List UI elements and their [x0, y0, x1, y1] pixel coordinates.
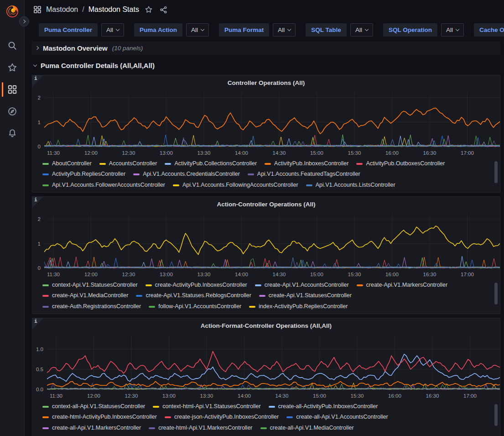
- series-color-swatch: [165, 163, 171, 165]
- legend-item[interactable]: AccountsController: [99, 158, 157, 169]
- legend-item[interactable]: Api.V1.Accounts.FollowingAccountsControl…: [173, 180, 298, 190]
- star-icon: [145, 5, 153, 14]
- dashboard-panels-area: Mastodon Overview (10 panels) Puma Contr…: [25, 40, 504, 436]
- filter-value-dropdown[interactable]: All: [350, 23, 373, 37]
- series-color-swatch: [42, 406, 49, 408]
- legend-item[interactable]: context-html-Api.V1.StatusesController: [153, 401, 260, 412]
- series-name: AboutController: [52, 158, 92, 169]
- legend-item[interactable]: Api.V1.Accounts.FeaturedTagsController: [248, 169, 360, 179]
- filter-value-dropdown[interactable]: All: [273, 23, 296, 37]
- series-color-swatch: [149, 427, 155, 429]
- filter-label[interactable]: Puma Controller: [39, 23, 98, 37]
- x-axis-tick-label: 12:30: [122, 150, 135, 156]
- series-name: create-all-Api.V1.MarkersController: [52, 423, 141, 433]
- legend-item[interactable]: ActivityPub.CollectionsController: [165, 158, 257, 169]
- series-name: Api.V1.Accounts.CredentialsController: [143, 169, 240, 179]
- sidebar-item-explore[interactable]: [0, 100, 25, 122]
- x-axis-tick-label: 15:30: [348, 272, 361, 277]
- legend-item[interactable]: create-Api.V1.MediaController: [42, 290, 128, 301]
- legend-item[interactable]: create-all-Api.V1.MediaController: [260, 423, 354, 433]
- filter-selected-value: All: [191, 26, 198, 33]
- legend-item[interactable]: create-Api.V1.StatusesController: [259, 290, 352, 301]
- share-dashboard-button[interactable]: [158, 4, 169, 15]
- sidebar-item-search[interactable]: [0, 35, 25, 57]
- star-dashboard-button[interactable]: [143, 4, 154, 15]
- legend-item[interactable]: create-json-ActivityPub.InboxesControlle…: [165, 412, 279, 422]
- filter-value-dropdown[interactable]: All: [101, 23, 124, 37]
- legend-item[interactable]: create-Api.V1.AccountsController: [255, 280, 349, 290]
- sidebar-item-dashboards[interactable]: [0, 79, 25, 100]
- series-name: create-json-ActivityPub.InboxesControlle…: [174, 412, 279, 422]
- series-color-swatch: [99, 163, 106, 165]
- bell-icon: [7, 128, 17, 138]
- search-icon: [7, 41, 17, 51]
- x-axis-tick-label: 11:30: [47, 272, 60, 277]
- legend-item[interactable]: Api.V1.Accounts.ListsController: [306, 180, 395, 190]
- series-color-swatch: [42, 295, 49, 297]
- x-axis-tick-label: 14:30: [273, 150, 286, 156]
- panel-title[interactable]: Action-Controller Operations (All): [32, 201, 500, 208]
- legend-item[interactable]: create-all-Api.V1.AccountsController: [286, 412, 388, 422]
- sidebar-expand-button[interactable]: [19, 16, 29, 26]
- y-axis-tick-label: 2: [38, 95, 41, 100]
- filter-label[interactable]: Cache Operation: [474, 23, 504, 37]
- filter-label[interactable]: SQL Table: [306, 23, 347, 37]
- legend-item[interactable]: create-html-ActivityPub.InboxesControlle…: [42, 412, 157, 422]
- legend-item[interactable]: create-all-Api.V1.MarkersController: [42, 423, 141, 433]
- legend-item[interactable]: ActivityPub.InboxesController: [265, 158, 348, 169]
- panel-title[interactable]: Action-Format-Controller Operations (All…: [32, 322, 500, 329]
- series-color-swatch: [173, 184, 179, 186]
- legend-item[interactable]: create-Api.V1.MarkersController: [357, 280, 448, 290]
- x-axis-tick-label: 15:30: [351, 393, 364, 399]
- grafana-logo-icon[interactable]: [5, 4, 20, 19]
- chevron-down-icon: [287, 27, 291, 31]
- legend-item[interactable]: AboutController: [42, 158, 92, 169]
- sidebar-item-starred[interactable]: [0, 57, 25, 79]
- filter-value-dropdown[interactable]: All: [441, 23, 464, 37]
- panel-info-corner[interactable]: i: [32, 197, 43, 208]
- legend-item[interactable]: create-Auth.RegistrationsController: [42, 301, 141, 312]
- legend-item[interactable]: create-ActivityPub.InboxesController: [145, 280, 247, 290]
- series-name: ActivityPub.InboxesController: [274, 158, 348, 169]
- row-puma-controller-details[interactable]: Puma Controller Details (All,All,All): [32, 58, 500, 72]
- series-name: context-Api.V1.StatusesController: [52, 280, 138, 290]
- info-icon: i: [34, 75, 37, 81]
- panel-info-corner[interactable]: i: [32, 318, 43, 329]
- chevron-down-icon: [365, 27, 369, 31]
- legend-item[interactable]: Api.V1.Accounts.FollowerAccountsControll…: [42, 180, 165, 190]
- legend-item[interactable]: index-ActivityPub.RepliesController: [249, 301, 348, 312]
- x-axis-tick-label: 16:00: [385, 272, 399, 277]
- legend-item[interactable]: create-html-Api.V1.MarkersController: [149, 423, 252, 433]
- series-name: Api.V1.Accounts.FeaturedTagsController: [257, 169, 360, 179]
- legend-item[interactable]: follow-Api.V1.AccountsController: [149, 301, 241, 312]
- legend-item[interactable]: context-all-Api.V1.StatusesController: [42, 401, 145, 412]
- filter-value-dropdown[interactable]: All: [186, 23, 209, 37]
- legend-item[interactable]: Api.V1.Accounts.CredentialsController: [133, 169, 240, 179]
- series-color-swatch: [286, 416, 293, 418]
- legend-scrollbar[interactable]: [494, 161, 498, 183]
- series-name: create-Auth.RegistrationsController: [52, 301, 141, 312]
- legend-scrollbar[interactable]: [494, 283, 498, 305]
- series-color-swatch: [260, 427, 267, 429]
- legend-item[interactable]: create-Api.V1.Statuses.ReblogsController: [136, 290, 251, 301]
- legend-scrollbar[interactable]: [494, 404, 498, 426]
- x-axis-tick-label: 16:30: [426, 393, 439, 399]
- series-name: create-ActivityPub.InboxesController: [155, 280, 247, 290]
- timeseries-chart: 11:3012:0012:3013:0013:3014:0014:3015:00…: [32, 210, 500, 279]
- sidebar-item-alerting[interactable]: [0, 122, 25, 144]
- filter-label[interactable]: Puma Action: [134, 23, 182, 37]
- panel-title[interactable]: Controller Operations (All): [32, 79, 500, 86]
- legend-item[interactable]: context-Api.V1.StatusesController: [42, 280, 138, 290]
- legend-item[interactable]: ActivityPub.RepliesController: [42, 169, 125, 179]
- legend-item[interactable]: create-all-ActivityPub.InboxesController: [269, 401, 378, 412]
- breadcrumb-section[interactable]: Mastodon: [46, 5, 78, 14]
- series-name: ActivityPub.RepliesController: [52, 169, 125, 179]
- panel-info-corner[interactable]: i: [32, 75, 43, 86]
- chart-legend: context-Api.V1.StatusesControllercreate-…: [42, 280, 492, 312]
- row-title: Mastodon Overview: [43, 44, 108, 52]
- chart-legend: context-all-Api.V1.StatusesControllercon…: [42, 401, 492, 433]
- row-mastodon-overview[interactable]: Mastodon Overview (10 panels): [32, 41, 500, 55]
- legend-item[interactable]: ActivityPub.OutboxesController: [356, 158, 445, 169]
- filter-label[interactable]: Puma Format: [219, 23, 269, 37]
- filter-label[interactable]: SQL Operation: [383, 23, 437, 37]
